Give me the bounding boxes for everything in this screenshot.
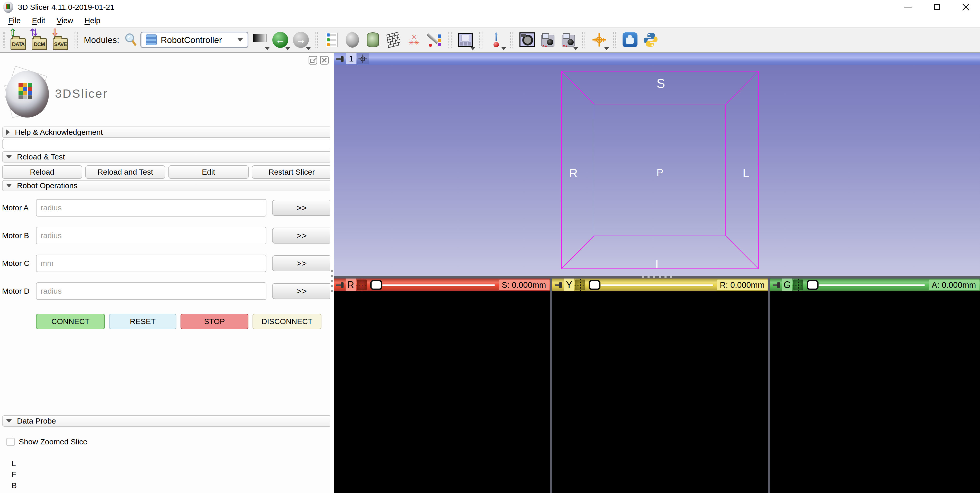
screenshot-button[interactable] bbox=[518, 30, 536, 50]
view-splitter-vertical[interactable] bbox=[550, 278, 552, 493]
motor-c-row: Motor C >> bbox=[2, 254, 332, 272]
disconnect-button[interactable]: DISCONNECT bbox=[253, 314, 321, 329]
slice-visibility-icon[interactable] bbox=[793, 280, 803, 290]
minimize-button[interactable] bbox=[894, 0, 923, 14]
orientation-cube: S R P L I bbox=[334, 65, 980, 276]
markups-button[interactable]: ✳✳✳ bbox=[405, 30, 423, 50]
menu-bar: File Edit View Help bbox=[0, 14, 980, 27]
green-slice-viewport[interactable] bbox=[770, 291, 980, 493]
motor-c-input[interactable] bbox=[36, 254, 266, 272]
pin-icon[interactable] bbox=[554, 280, 563, 289]
place-point-button[interactable] bbox=[487, 30, 506, 50]
load-data-button[interactable]: ⇧ DATA bbox=[9, 30, 28, 50]
data-module-button[interactable] bbox=[343, 30, 361, 50]
slice-visibility-icon[interactable] bbox=[357, 280, 367, 290]
crosshair-button[interactable] bbox=[590, 30, 608, 50]
yellow-slice-offset-slider[interactable] bbox=[589, 280, 713, 290]
slice-visibility-icon[interactable] bbox=[575, 280, 585, 290]
pin-icon[interactable] bbox=[336, 280, 345, 289]
load-dicom-button[interactable]: ⇅ DCM bbox=[30, 30, 49, 50]
toolbar-separator bbox=[582, 32, 585, 48]
toolbar-separator bbox=[75, 32, 78, 48]
probe-row-l: L bbox=[11, 459, 16, 468]
mesh-sphere-icon bbox=[345, 32, 359, 48]
motor-d-row: Motor D >> bbox=[2, 282, 332, 300]
menu-file[interactable]: File bbox=[3, 15, 26, 27]
reload-button[interactable]: Reload bbox=[2, 165, 82, 179]
motor-b-input[interactable] bbox=[36, 227, 266, 244]
yellow-slice-viewport[interactable] bbox=[552, 291, 768, 493]
layout-selector-button[interactable] bbox=[456, 30, 475, 50]
title-bar: 3D Slicer 4.11.0-2019-01-21 bbox=[0, 0, 980, 14]
slider-track[interactable] bbox=[819, 285, 925, 286]
extensions-manager-button[interactable] bbox=[621, 30, 639, 50]
slider-track[interactable] bbox=[382, 285, 495, 286]
restart-slicer-button[interactable]: Restart Slicer bbox=[252, 165, 332, 179]
slider-handle[interactable] bbox=[807, 280, 819, 290]
module-back-button[interactable]: ← bbox=[271, 30, 290, 50]
view-splitter-vertical[interactable] bbox=[768, 278, 770, 493]
motor-a-input[interactable] bbox=[36, 199, 266, 216]
help-section-header[interactable]: Help & Acknowledgement bbox=[2, 127, 332, 138]
motor-d-input[interactable] bbox=[36, 282, 266, 300]
undock-panel-icon[interactable] bbox=[309, 56, 317, 65]
window-controls bbox=[894, 0, 980, 14]
save-button[interactable]: ⇩ SAVE bbox=[51, 30, 70, 50]
edit-button[interactable]: Edit bbox=[169, 165, 249, 179]
panel-splitter[interactable] bbox=[330, 53, 334, 493]
robot-section-header[interactable]: Robot Operations bbox=[2, 180, 332, 191]
data-folder-icon: DATA bbox=[11, 38, 26, 50]
red-slice-viewport[interactable] bbox=[334, 291, 550, 493]
green-slice-label[interactable]: G bbox=[782, 278, 792, 291]
menu-help[interactable]: Help bbox=[79, 15, 106, 27]
close-panel-icon[interactable] bbox=[320, 56, 329, 65]
module-search-icon[interactable] bbox=[124, 33, 138, 47]
restore-button[interactable] bbox=[923, 0, 951, 14]
data-probe-header[interactable]: Data Probe bbox=[2, 415, 332, 427]
toolbar-separator bbox=[613, 32, 616, 48]
menu-edit[interactable]: Edit bbox=[26, 15, 51, 27]
motor-b-send-button[interactable]: >> bbox=[272, 227, 332, 243]
volume-rendering-button[interactable] bbox=[364, 30, 382, 50]
reload-button-row: Reload Reload and Test Edit Restart Slic… bbox=[2, 165, 332, 179]
module-selector[interactable]: RobotController bbox=[140, 32, 248, 48]
motor-a-row: Motor A >> bbox=[2, 199, 332, 216]
red-slice-label[interactable]: R bbox=[345, 278, 356, 291]
slider-handle[interactable] bbox=[589, 280, 600, 290]
slicer-logo: 3DSlicer bbox=[0, 65, 334, 124]
menu-view[interactable]: View bbox=[51, 15, 79, 27]
threeD-view-tab[interactable]: 1 bbox=[346, 53, 356, 64]
slider-track[interactable] bbox=[600, 285, 713, 286]
module-history-button[interactable] bbox=[250, 30, 269, 50]
red-slice-offset-slider[interactable] bbox=[370, 280, 495, 290]
logo-pixels bbox=[19, 83, 32, 99]
subject-hierarchy-button[interactable] bbox=[323, 30, 341, 50]
module-forward-button[interactable]: → bbox=[292, 30, 310, 50]
pin-icon[interactable] bbox=[336, 54, 345, 64]
center-view-button[interactable] bbox=[357, 53, 369, 64]
motor-c-send-button[interactable]: >> bbox=[272, 255, 332, 271]
pin-icon[interactable] bbox=[772, 280, 781, 289]
slider-handle[interactable] bbox=[370, 280, 382, 290]
red-slice-offset-value: S: 0.000mm bbox=[499, 280, 549, 290]
stop-button[interactable]: STOP bbox=[181, 314, 248, 329]
connect-button[interactable]: CONNECT bbox=[36, 314, 105, 329]
motor-d-send-button[interactable]: >> bbox=[272, 283, 332, 299]
show-zoomed-slice-checkbox[interactable] bbox=[6, 438, 15, 446]
python-console-button[interactable] bbox=[641, 30, 660, 50]
green-slice-offset-slider[interactable] bbox=[807, 280, 925, 290]
reload-and-test-button[interactable]: Reload and Test bbox=[85, 165, 165, 179]
annotations-button[interactable] bbox=[425, 30, 444, 50]
yellow-slice-label[interactable]: Y bbox=[564, 278, 574, 291]
reset-button[interactable]: RESET bbox=[109, 314, 177, 329]
scene-view-button[interactable] bbox=[538, 30, 557, 50]
motor-a-send-button[interactable]: >> bbox=[272, 200, 332, 216]
view-splitter-horizontal[interactable] bbox=[334, 276, 980, 278]
reload-section-header[interactable]: Reload & Test bbox=[2, 151, 332, 162]
toolbar-drag-handle[interactable] bbox=[3, 32, 5, 48]
threeD-viewport[interactable]: S R P L I bbox=[334, 65, 980, 276]
transforms-button[interactable] bbox=[384, 30, 403, 50]
close-button[interactable] bbox=[951, 0, 980, 14]
motor-b-label: Motor B bbox=[2, 231, 36, 240]
scene-view-menu-button[interactable] bbox=[559, 30, 578, 50]
